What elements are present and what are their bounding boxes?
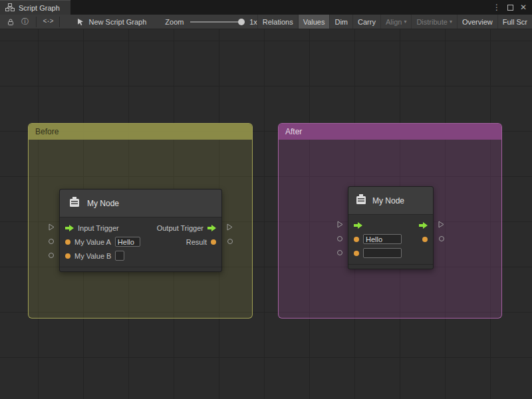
align-label: Align [386,18,402,26]
zoom-value: 1x [249,18,257,26]
node-header[interactable]: My Node [60,190,221,217]
chevron-down-icon: ▾ [404,19,406,25]
maximize-icon[interactable] [507,5,513,11]
group-after-header[interactable]: After [279,124,501,140]
group-after[interactable]: After My Node [278,123,502,319]
node-icon [68,196,81,211]
value-input-marker-icon [49,238,54,244]
toolbar-separator [59,17,60,27]
fullscreen-button[interactable]: Full Scr [497,15,532,29]
port-row [348,232,433,246]
zoom-slider-knob[interactable] [238,19,245,25]
group-title: After [285,127,302,136]
group-title: Before [35,127,59,136]
port-row [348,218,433,232]
align-button[interactable]: Align ▾ [380,15,411,29]
chevron-down-icon: ▾ [450,19,452,25]
code-icon[interactable]: <·> [41,15,55,29]
port-label: My Value B [74,252,111,260]
toolbar: ⓘ <·> New Script Graph Zoom 1x Relations… [0,15,532,29]
node-footer [60,267,221,271]
value-output-marker-icon [227,238,233,244]
zoom-label: Zoom [165,18,184,26]
flow-port-icon[interactable] [65,225,74,231]
flow-output-marker-icon [438,221,444,228]
flow-port-icon[interactable] [207,225,216,231]
values-button[interactable]: Values [298,15,330,29]
value-output-marker-icon [439,235,444,241]
kebab-menu-icon[interactable]: ⋮ [493,3,501,12]
zoom-slider[interactable] [190,21,243,23]
value-input-marker-icon [337,235,342,241]
relations-button[interactable]: Relations [257,15,298,29]
value-input-marker-icon [49,252,54,258]
flow-input-marker-icon [49,223,55,231]
group-before[interactable]: Before [28,123,253,319]
toolbar-buttons: Relations Values Dim Carry Align ▾ Distr… [257,15,532,29]
window-controls: ⋮ ✕ [493,0,532,15]
node-header[interactable]: My Node [348,187,433,215]
toolbar-separator [36,17,37,27]
port-row: My Value B [60,249,221,263]
flow-input-marker-icon [337,221,343,228]
lock-icon[interactable] [3,15,18,29]
my-value-a-field[interactable] [363,234,402,244]
close-icon[interactable]: ✕ [520,3,527,12]
my-value-a-field[interactable] [115,237,140,247]
port-row: Input Trigger Output Trigger [60,221,221,235]
node-ports [348,215,433,264]
flow-port-icon[interactable] [354,222,362,229]
value-port-icon[interactable] [354,237,359,242]
my-value-b-field[interactable] [363,248,402,258]
tab-bar: Script Graph ⋮ ✕ [0,0,532,15]
node-footer [348,264,433,269]
node-ports: Input Trigger Output Trigger My Value A … [60,217,221,267]
graph-canvas[interactable]: Before [0,29,532,399]
value-port-icon[interactable] [211,239,216,245]
distribute-button[interactable]: Distribute ▾ [411,15,456,29]
graph-name[interactable]: New Script Graph [89,18,147,26]
node-title: My Node [372,196,404,205]
node-icon [354,193,368,208]
value-port-icon[interactable] [422,237,428,242]
value-port-icon[interactable] [65,253,70,259]
flow-port-icon[interactable] [419,222,428,229]
script-graph-icon [5,3,15,13]
port-label: My Value A [74,238,111,246]
port-label: Input Trigger [78,224,119,232]
node-my-node-after[interactable]: My Node [348,186,434,269]
dim-button[interactable]: Dim [329,15,352,29]
carry-button[interactable]: Carry [352,15,380,29]
overview-button[interactable]: Overview [457,15,497,29]
flow-output-marker-icon [227,223,233,231]
node-my-node-before[interactable]: My Node Input Trigger Output Trigger [59,189,222,272]
port-label: Result [186,238,207,246]
group-before-header[interactable]: Before [29,124,252,140]
tab-script-graph[interactable]: Script Graph [0,0,70,15]
distribute-label: Distribute [416,18,447,26]
port-label: Output Trigger [157,224,203,232]
value-port-icon[interactable] [354,251,359,256]
port-row [348,246,433,260]
my-value-b-field[interactable] [115,251,124,261]
port-row: My Value A Result [60,235,221,249]
value-input-marker-icon [337,249,342,255]
tab-title: Script Graph [19,4,60,12]
graph-pointer-icon[interactable] [73,15,88,29]
info-icon[interactable]: ⓘ [18,15,33,29]
node-title: My Node [87,199,119,208]
value-port-icon[interactable] [65,239,70,245]
